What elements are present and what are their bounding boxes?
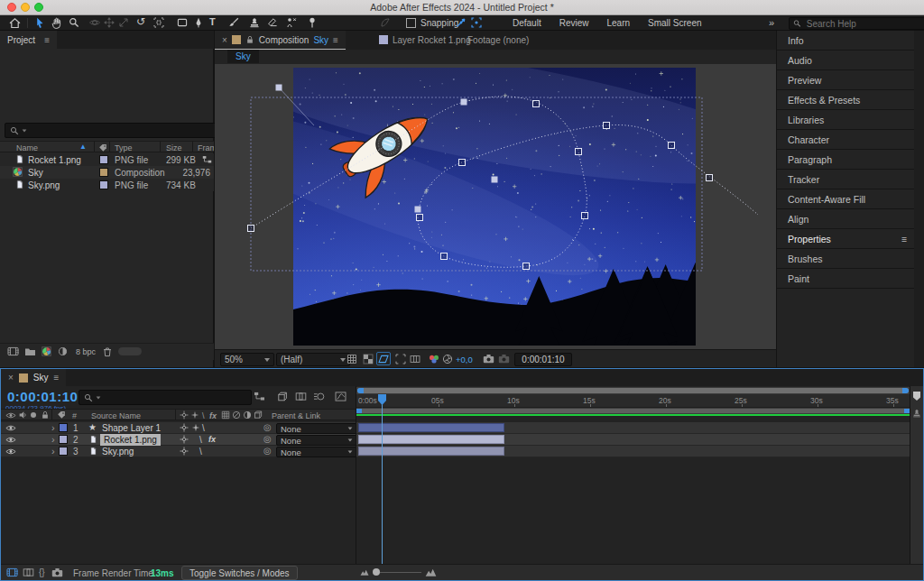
layer-bar-rocket[interactable] bbox=[358, 435, 504, 444]
threed-column-icon[interactable] bbox=[254, 410, 263, 420]
search-scope-caret[interactable] bbox=[23, 129, 27, 132]
timeline-tab-sky[interactable]: × Sky ≡ bbox=[1, 369, 66, 386]
transparency-grid-icon[interactable] bbox=[363, 354, 374, 364]
pick-whip-icon[interactable]: ◎ bbox=[263, 422, 272, 432]
lock-icon[interactable] bbox=[245, 35, 254, 44]
layer-bar-shape-layer[interactable] bbox=[358, 423, 504, 432]
workspace-learn[interactable]: Learn bbox=[597, 18, 639, 28]
sort-ascending-icon[interactable]: ▲ bbox=[79, 143, 87, 151]
position-switch-icon[interactable] bbox=[180, 435, 189, 444]
exposure-icon[interactable] bbox=[442, 354, 453, 364]
panel-content-aware-fill[interactable]: Content-Aware Fill bbox=[777, 190, 914, 209]
panel-character[interactable]: Character bbox=[777, 131, 914, 150]
interpret-footage-icon[interactable] bbox=[7, 346, 19, 356]
collapse-column-icon[interactable] bbox=[190, 410, 199, 420]
camera-tool[interactable] bbox=[153, 17, 164, 28]
region-of-interest-icon[interactable] bbox=[395, 354, 406, 364]
eraser-tool[interactable] bbox=[267, 17, 278, 28]
panel-menu-icon[interactable]: ≡ bbox=[54, 373, 60, 383]
draft-3d-icon[interactable] bbox=[277, 392, 288, 402]
layer-color-chip[interactable] bbox=[59, 435, 68, 444]
composition-nesting-icon[interactable] bbox=[6, 567, 18, 577]
quality-switch-icon[interactable]: \ bbox=[199, 447, 202, 456]
snapping-checkbox[interactable] bbox=[406, 18, 416, 28]
track-row-3[interactable] bbox=[356, 446, 910, 457]
quality-switch-icon[interactable]: \ bbox=[202, 423, 205, 433]
panel-info[interactable]: Info bbox=[777, 32, 914, 51]
workspace-default[interactable]: Default bbox=[504, 18, 550, 28]
rectangle-tool[interactable] bbox=[177, 17, 188, 28]
layer-name[interactable]: Rocket 1.png bbox=[100, 434, 161, 446]
panel-preview[interactable]: Preview bbox=[777, 71, 914, 90]
panel-effects-presets[interactable]: Effects & Presets bbox=[777, 91, 914, 110]
motion-blur-icon[interactable] bbox=[313, 392, 325, 401]
layer-name[interactable]: Shape Layer 1 bbox=[102, 423, 161, 433]
workspace-overflow-chevron[interactable]: » bbox=[769, 17, 774, 28]
help-search-input[interactable] bbox=[805, 18, 923, 30]
collapse-switch-icon[interactable] bbox=[191, 423, 200, 432]
footage-tab[interactable]: Footage (none) bbox=[467, 35, 529, 45]
pick-whip-icon[interactable]: ◎ bbox=[263, 446, 272, 456]
layer-color-chip[interactable] bbox=[59, 423, 68, 432]
playhead-line[interactable] bbox=[382, 394, 383, 564]
panel-properties[interactable]: Properties ≡ bbox=[777, 230, 914, 249]
panel-menu-icon[interactable]: ≡ bbox=[333, 35, 338, 45]
layer-bar-sky[interactable] bbox=[358, 447, 504, 456]
work-area-start-handle[interactable] bbox=[356, 409, 362, 413]
zoom-out-mountain-icon[interactable] bbox=[360, 568, 369, 576]
layer-row-3[interactable]: › 3 Sky.png \ ◎ None bbox=[1, 446, 356, 457]
mask-feather-tool[interactable] bbox=[380, 17, 391, 28]
eye-icon[interactable] bbox=[5, 447, 16, 456]
parent-dropdown[interactable]: None bbox=[276, 435, 357, 446]
layer-row-1[interactable]: › 1 ★ Shape Layer 1 \ ◎ None bbox=[1, 422, 356, 434]
brush-tool[interactable] bbox=[228, 17, 239, 28]
puppet-pin-tool[interactable] bbox=[307, 17, 318, 28]
project-row-sky-png[interactable]: Sky.png PNG file 734 KB bbox=[0, 179, 214, 191]
home-tool[interactable] bbox=[9, 17, 21, 29]
parent-dropdown[interactable]: None bbox=[276, 423, 357, 434]
viewer-target-tab-sky[interactable]: Sky bbox=[227, 50, 259, 63]
panel-menu-icon[interactable]: ≡ bbox=[44, 35, 50, 45]
eye-icon[interactable] bbox=[5, 436, 16, 444]
search-scope-caret[interactable] bbox=[97, 396, 101, 399]
work-area-bar[interactable] bbox=[356, 408, 910, 414]
project-tab[interactable]: Project ≡ bbox=[0, 31, 57, 49]
comp-button-icon[interactable] bbox=[912, 409, 921, 418]
parent-link-column[interactable]: Parent & Link bbox=[272, 411, 320, 420]
navigator-start-handle[interactable] bbox=[357, 388, 364, 393]
panel-menu-icon[interactable]: ≡ bbox=[901, 234, 907, 244]
fx-column-icon[interactable]: fx bbox=[209, 411, 217, 420]
navigator-end-handle[interactable] bbox=[902, 388, 909, 393]
col-size[interactable]: Size bbox=[166, 143, 182, 152]
panel-brushes[interactable]: Brushes bbox=[777, 250, 914, 269]
close-tab-icon[interactable]: × bbox=[222, 35, 227, 45]
panel-paint[interactable]: Paint bbox=[777, 270, 914, 289]
project-search[interactable] bbox=[5, 123, 218, 138]
lock-column-icon[interactable] bbox=[41, 410, 50, 420]
video-column-icon[interactable] bbox=[5, 411, 16, 420]
timeline-zoom-track[interactable] bbox=[378, 572, 421, 573]
expand-chevron-icon[interactable]: › bbox=[51, 434, 55, 445]
layer-number-column[interactable]: # bbox=[72, 411, 77, 420]
delete-item-icon[interactable] bbox=[102, 346, 113, 357]
solo-column-icon[interactable] bbox=[31, 412, 36, 418]
viewer-timecode[interactable]: 0:00:01:10 bbox=[514, 353, 572, 366]
pen-tool[interactable] bbox=[193, 17, 204, 28]
project-row-rocket[interactable]: Rocket 1.png PNG file 299 KB bbox=[0, 153, 214, 166]
project-row-sky-comp[interactable]: Sky Composition 23,976 bbox=[0, 166, 214, 179]
timeline-search[interactable] bbox=[79, 390, 252, 405]
shy-column-icon[interactable] bbox=[180, 410, 189, 420]
panel-audio[interactable]: Audio bbox=[777, 51, 914, 70]
comp-marker-bin-icon[interactable] bbox=[912, 391, 921, 401]
pick-whip-icon[interactable]: ◎ bbox=[263, 434, 272, 444]
composition-tab[interactable]: × Composition Sky ≡ bbox=[215, 31, 346, 50]
orbit-camera-tool[interactable] bbox=[89, 17, 100, 28]
resolution-dropdown[interactable]: (Half) bbox=[276, 353, 350, 366]
timeline-navigator[interactable] bbox=[356, 387, 910, 394]
layer-row-2-selected[interactable]: › 2 Rocket 1.png \ fx ◎ None bbox=[1, 434, 356, 446]
panel-align[interactable]: Align bbox=[777, 210, 914, 229]
proxy-toggle-icon[interactable] bbox=[58, 346, 68, 356]
grid-guides-options-icon[interactable] bbox=[346, 354, 357, 364]
new-composition-icon[interactable] bbox=[42, 346, 51, 356]
take-snapshot-icon[interactable] bbox=[483, 354, 494, 364]
